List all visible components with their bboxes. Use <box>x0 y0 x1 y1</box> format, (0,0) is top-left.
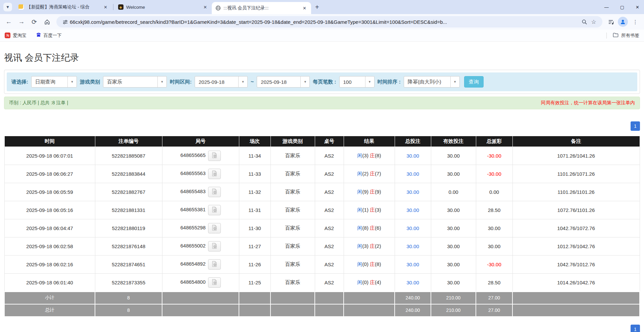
result-banker-label: 庄 <box>370 225 375 231</box>
total-bet-link: 30.00 <box>406 189 419 195</box>
video-replay-button[interactable] <box>208 241 221 252</box>
bookmark-taobao[interactable]: 淘 爱淘宝 <box>5 33 27 39</box>
tab-search-button[interactable]: ▼ <box>3 3 12 11</box>
sum-label-cell: 总计 <box>4 304 95 317</box>
maximize-icon[interactable]: ▢ <box>620 5 624 10</box>
caret-down-icon: ▼ <box>157 76 166 87</box>
zoom-icon[interactable] <box>580 17 589 26</box>
tab-forum[interactable]: 【新提醒】海燕策略论坛 - 综合 ✕ <box>15 1 112 13</box>
session-cell: 11-33 <box>239 165 270 183</box>
game-kind-value: 百家乐 <box>103 76 157 87</box>
col-time: 时间 <box>4 136 95 147</box>
table-no-cell: AS2 <box>315 183 344 201</box>
video-icon <box>211 225 218 232</box>
minimize-icon[interactable]: — <box>604 5 609 10</box>
result-banker-score: (9) <box>375 189 381 195</box>
round-no-text: 648655665 <box>180 152 205 158</box>
media-control-icon[interactable] <box>606 17 616 26</box>
game-kind-select[interactable]: 百家乐 ▼ <box>103 76 167 88</box>
query-button[interactable]: 查询 <box>464 76 484 88</box>
tab-welcome[interactable]: ◆ Welcome ✕ <box>114 1 212 13</box>
subtotal-row: 小计8240.00210.0027.00 <box>4 292 640 304</box>
url-text: 66cxkj98.com/game/betrecord_search/kind3… <box>70 19 580 25</box>
session-cell: 11-31 <box>239 201 270 219</box>
profile-avatar-icon[interactable] <box>618 17 628 27</box>
all-bookmarks-button[interactable]: 所有书签 <box>621 33 639 39</box>
close-tab-icon[interactable]: ✕ <box>102 4 109 10</box>
total-bet-cell[interactable]: 30.00 <box>395 147 431 165</box>
table-row: 2025-09-18 06:02:16522821874651648654892… <box>4 256 640 274</box>
reload-icon[interactable]: ⟳ <box>29 16 40 27</box>
result-cell: 闲(3) 庄(2) <box>344 237 395 256</box>
bookmark-label: 百度一下 <box>44 33 62 39</box>
video-replay-button[interactable] <box>208 259 221 270</box>
game-kind-cell: 百家乐 <box>270 274 315 292</box>
game-kind-cell: 百家乐 <box>270 201 315 219</box>
filter-bar: 请选择: 日期查询 ▼ 游戏类别 百家乐 ▼ 时间区间: 2025-09-18 … <box>7 72 637 91</box>
result-banker-label: 庄 <box>370 243 375 249</box>
video-replay-button[interactable] <box>208 205 221 215</box>
result-banker-label: 庄 <box>370 189 375 195</box>
video-replay-button[interactable] <box>208 169 221 179</box>
total-bet-cell[interactable]: 30.00 <box>395 183 431 201</box>
bet-time-cell: 2025-09-18 06:02:58 <box>4 237 95 256</box>
query-type-select[interactable]: 日期查询 ▼ <box>31 76 77 88</box>
bet-no-cell: 522821876148 <box>95 237 162 256</box>
video-icon <box>211 207 218 214</box>
total-bet-cell[interactable]: 30.00 <box>395 219 431 237</box>
video-replay-button[interactable] <box>208 277 221 288</box>
date-start-picker[interactable]: 2025-09-18 ▼ <box>195 76 248 88</box>
result-player-label: 闲 <box>357 261 362 267</box>
currency-summary-text: 币别 : 人民币 | 总共 :8 注单 | <box>9 100 68 106</box>
close-tab-icon[interactable]: ✕ <box>301 5 308 11</box>
video-icon <box>211 188 218 196</box>
new-tab-button[interactable]: + <box>315 3 319 11</box>
valid-bet-cell: 30.00 <box>431 147 476 165</box>
payout-cell: 30.00 <box>476 219 512 237</box>
note-cell: 1101.26/1071.26 <box>512 165 640 183</box>
bookmark-star-icon[interactable]: ☆ <box>589 17 598 26</box>
total-bet-cell[interactable]: 30.00 <box>395 256 431 274</box>
game-kind-cell: 百家乐 <box>270 237 315 256</box>
sum-empty-cell <box>239 292 270 304</box>
sum-empty-cell <box>512 292 640 304</box>
total-bet-cell[interactable]: 30.00 <box>395 165 431 183</box>
back-icon[interactable]: ← <box>3 16 14 27</box>
forward-icon[interactable]: → <box>16 16 27 27</box>
result-player-label: 闲 <box>357 207 362 213</box>
total-bet-cell[interactable]: 30.00 <box>395 274 431 292</box>
range-separator: ~ <box>251 79 254 85</box>
bet-no-cell: 522821883844 <box>95 165 162 183</box>
valid-bet-notice-text: 同局有效投注，统一计算在该局第一张注单内 <box>541 100 635 106</box>
page-1-button[interactable]: 1 <box>631 325 640 332</box>
close-tab-icon[interactable]: ✕ <box>202 4 208 10</box>
sum-empty-cell <box>344 292 395 304</box>
result-player-label: 闲 <box>357 225 362 231</box>
result-player-score: (0) <box>362 261 370 267</box>
page-size-select[interactable]: 100 ▼ <box>339 76 375 88</box>
result-player-score: (2) <box>362 171 370 176</box>
result-player-label: 闲 <box>357 243 362 249</box>
page-1-button[interactable]: 1 <box>631 121 640 131</box>
close-window-icon[interactable]: ✕ <box>636 5 639 10</box>
menu-dots-icon[interactable]: ⋮ <box>630 16 641 27</box>
tab-bet-records-active[interactable]: :::视讯 会员下注纪录::: ✕ <box>212 2 311 14</box>
date-end-picker[interactable]: 2025-09-18 ▼ <box>257 76 310 88</box>
result-banker-label: 庄 <box>370 279 375 285</box>
video-replay-button[interactable] <box>208 151 221 161</box>
sum-total-bet-cell: 240.00 <box>395 304 431 317</box>
table-no-cell: AS2 <box>315 274 344 292</box>
video-replay-button[interactable] <box>208 187 221 197</box>
home-icon[interactable] <box>42 16 52 27</box>
total-bet-cell[interactable]: 30.00 <box>395 237 431 256</box>
bet-time-cell: 2025-09-18 06:07:01 <box>4 147 95 165</box>
total-bet-cell[interactable]: 30.00 <box>395 201 431 219</box>
valid-bet-cell: 30.00 <box>431 219 476 237</box>
sort-select[interactable]: 降幂(由大到小) ▼ <box>404 76 460 88</box>
address-bar[interactable]: 66cxkj98.com/game/betrecord_search/kind3… <box>56 16 602 27</box>
video-replay-button[interactable] <box>208 223 221 233</box>
bookmark-baidu[interactable]: 百度一下 <box>36 32 62 39</box>
game-kind-cell: 百家乐 <box>270 147 315 165</box>
sum-payout-cell: 27.00 <box>476 304 512 317</box>
site-info-icon[interactable] <box>60 17 70 26</box>
